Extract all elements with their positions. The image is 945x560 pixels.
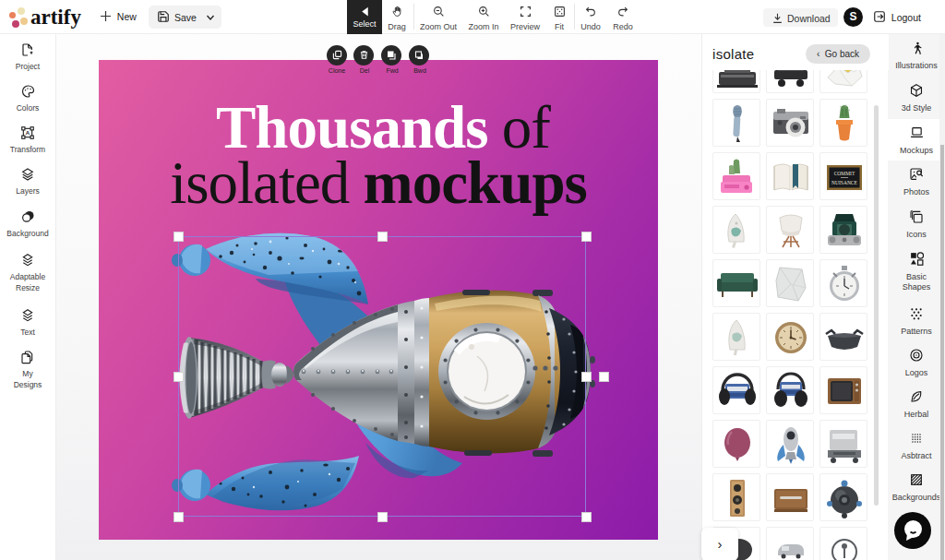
svg-text:A: A <box>26 130 30 136</box>
svg-text:COMMIT: COMMIT <box>834 171 855 176</box>
svg-text:NUISANCE: NUISANCE <box>831 180 857 185</box>
